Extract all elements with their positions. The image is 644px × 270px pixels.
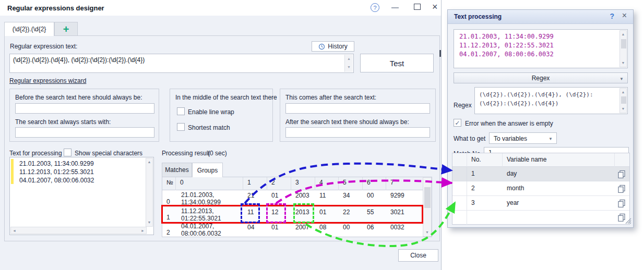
before-groupbox: Before the search text here should alway… <box>9 89 159 142</box>
tab-regex-pattern[interactable]: (\d{2}).(\d{2} <box>4 22 54 36</box>
row-no: 2 <box>162 222 176 237</box>
window-title: Regular expressions designer <box>7 4 104 12</box>
table-row[interactable]: 2 04.01.2007, 08:00:06.0032 04 01 2007 0… <box>162 222 423 237</box>
middle-title: In the middle of the search text there <box>175 94 277 101</box>
after-groupbox: This comes after the search text: After … <box>280 89 436 142</box>
group-cell: 34 <box>339 190 363 199</box>
close-button[interactable]: Close <box>398 249 438 262</box>
add-tab-button[interactable]: + <box>54 22 78 36</box>
col-header[interactable]: 0 <box>176 177 243 190</box>
variable-row[interactable]: 3 year <box>452 196 629 211</box>
before-input[interactable] <box>15 103 154 114</box>
processing-result-label: Processing result <box>162 150 210 157</box>
minimize-icon[interactable] <box>391 7 399 8</box>
after-always-label: After the search text there should alway… <box>285 118 409 126</box>
copy-icon[interactable] <box>617 213 626 223</box>
tab-matches[interactable]: Matches <box>162 163 192 177</box>
match-cell: 21.01.2003, 11:34:00.9299 <box>176 190 237 206</box>
panel-title-bar[interactable]: Text processing ? × <box>448 10 633 24</box>
col-header[interactable]: № <box>162 177 176 190</box>
resize-grip[interactable] <box>625 218 631 226</box>
h-scrollbar[interactable]: ◄ ► <box>10 227 147 234</box>
group-cell: 00 <box>363 190 386 199</box>
panel-help-icon[interactable]: ? <box>610 12 614 20</box>
chevron-down-icon: ▼ <box>548 137 553 141</box>
variable-no: 1 <box>467 167 503 177</box>
variable-name <box>503 211 615 212</box>
variable-name: day <box>503 167 615 177</box>
table-v-scrollbar[interactable]: ▲ ▼ <box>423 177 432 237</box>
starts-with-input[interactable] <box>15 127 154 138</box>
variable-no: 2 <box>467 181 503 192</box>
tab-groups[interactable]: Groups <box>192 163 223 177</box>
variable-name: month <box>503 181 615 192</box>
variables-table: No. Variable name 1 day 2 month 3 ye <box>452 153 630 225</box>
test-button[interactable]: Test <box>360 54 434 72</box>
what-to-get-dropdown[interactable]: To variables ▼ <box>489 132 557 144</box>
panel-title: Text processing <box>454 13 502 20</box>
processing-line: 04.01.2007, 08:00:06.0032 <box>19 176 94 185</box>
copy-icon[interactable] <box>617 170 626 180</box>
after-always-input[interactable] <box>285 127 430 138</box>
panel-regex-input[interactable]: (\d{2}).(\d{2}).(\d{4}), (\d{2}): (\d{2}… <box>474 87 628 114</box>
text-for-processing-area[interactable]: 21.01.2003, 11:34:00.9299 11.12.2013, 01… <box>9 157 154 235</box>
regex-input-value: (\d{2}).(\d{2}).(\d{4}), (\d{2}):(\d{2})… <box>10 54 353 64</box>
col-header[interactable]: 1 <box>243 177 267 190</box>
show-special-chars-label: Show special characters <box>75 150 142 157</box>
col-header[interactable]: Variable name <box>503 153 615 167</box>
variables-header-row: No. Variable name <box>452 153 629 167</box>
history-button[interactable]: History <box>312 41 354 52</box>
history-button-label: History <box>328 43 347 50</box>
regex-v-scrollbar[interactable]: ▲ ▼ <box>619 88 627 113</box>
regex-input[interactable]: (\d{2}).(\d{2}).(\d{4}), (\d{2}):(\d{2})… <box>9 54 354 73</box>
highlight-cell-month <box>266 203 286 223</box>
col-header[interactable]: No. <box>467 153 503 167</box>
error-checkbox-label: Error when the answer is empty <box>465 120 553 127</box>
highlight-cell-day <box>241 203 260 223</box>
panel-close-icon[interactable]: × <box>622 11 627 20</box>
v-scrollbar[interactable]: ▲ ▼ <box>146 158 153 227</box>
variable-no <box>467 211 503 212</box>
starts-with-label: The search text always starts with: <box>15 118 111 126</box>
panel-sample-text[interactable]: 21.01.2003, 11:34:00.9299 11.12.2013, 01… <box>454 29 628 68</box>
copy-icon[interactable] <box>617 185 626 194</box>
mode-dropdown[interactable]: Regex ▼ <box>454 72 628 83</box>
sample-v-scrollbar[interactable]: ▲ ▼ <box>619 30 627 67</box>
text-for-processing-label: Text for processing <box>9 150 62 157</box>
chevron-down-icon: ▼ <box>619 77 624 81</box>
copy-icon[interactable] <box>617 199 626 209</box>
col-header[interactable]: 6 <box>363 177 386 190</box>
match-cell: 04.01.2007, 08:00:06.0032 <box>176 222 237 237</box>
sample-line: 21.01.2003, 11:34:00.9299 <box>459 32 554 41</box>
title-bar: Regular expressions designer ? × <box>0 0 441 16</box>
error-checkbox[interactable]: ✓ <box>454 119 461 127</box>
splitter-handle[interactable] <box>439 50 441 57</box>
regex-input-spinner[interactable]: ▲ ▼ <box>344 55 353 72</box>
regex-text-label: Regular expression text: <box>10 43 77 50</box>
variable-row[interactable]: 1 day <box>452 167 629 181</box>
help-icon[interactable]: ? <box>371 3 379 12</box>
sample-line: 04.01.2007, 08:00:06.0032 <box>459 50 554 59</box>
variable-row[interactable]: 2 month <box>452 181 629 196</box>
mode-dropdown-value: Regex <box>532 75 550 82</box>
show-special-chars-checkbox[interactable] <box>64 149 71 156</box>
wizard-link[interactable]: Regular expressions wizard <box>9 77 86 84</box>
processing-line: 11.12.2013, 01:22:55.3021 <box>19 168 94 176</box>
table-header-row: № 0 1 2 3 4 5 6 7 <box>162 177 423 190</box>
col-header[interactable]: 2 <box>267 177 291 190</box>
col-header[interactable]: 4 <box>315 177 339 190</box>
maximize-icon[interactable] <box>414 4 421 10</box>
text-processing-panel: Text processing ? × 21.01.2003, 11:34:00… <box>447 9 634 228</box>
shortest-match-checkbox[interactable] <box>177 123 185 131</box>
group-cell: 9299 <box>386 190 423 199</box>
col-header[interactable]: 5 <box>339 177 363 190</box>
group-cell: 01 <box>267 190 291 199</box>
close-icon[interactable]: × <box>432 2 438 13</box>
after-input[interactable] <box>285 103 430 114</box>
col-header[interactable]: 3 <box>291 177 315 190</box>
col-header[interactable]: 7 <box>386 177 423 190</box>
enable-line-wrap-checkbox[interactable] <box>177 107 185 115</box>
variable-row[interactable] <box>452 211 629 225</box>
history-clock-icon <box>318 43 325 50</box>
variable-name: year <box>503 196 615 206</box>
